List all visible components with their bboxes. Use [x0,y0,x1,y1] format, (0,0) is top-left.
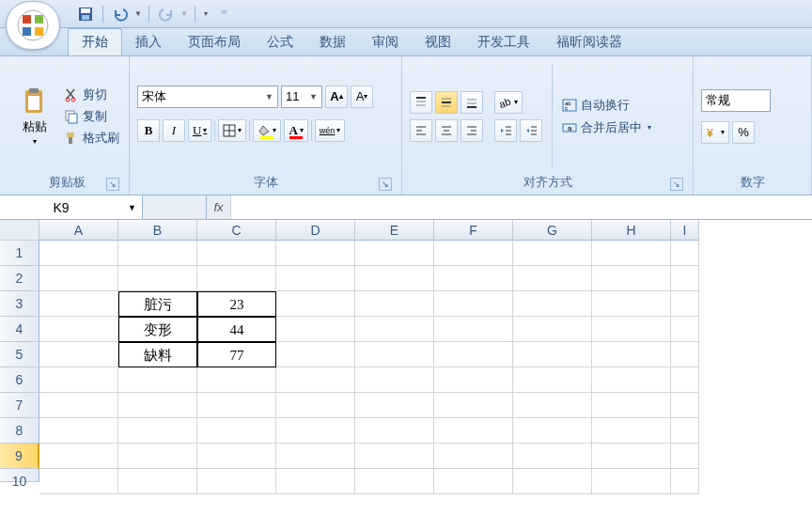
cell[interactable] [671,444,699,469]
cell[interactable] [434,418,513,444]
row-header[interactable]: 8 [0,418,39,444]
cell[interactable]: 44 [197,317,276,342]
col-header[interactable]: I [671,220,699,241]
cell[interactable] [671,342,699,367]
col-header[interactable]: D [276,220,355,241]
cell[interactable] [118,266,197,291]
cell[interactable] [39,393,118,418]
cell[interactable] [592,317,671,342]
cell[interactable] [197,367,276,393]
align-middle-button[interactable] [435,91,458,114]
cell[interactable] [434,444,513,469]
tab-7[interactable]: 开发工具 [464,29,543,55]
decrease-indent-button[interactable] [494,119,517,142]
cell[interactable] [355,266,434,291]
align-left-button[interactable] [410,119,432,142]
cell[interactable] [39,418,118,444]
col-header[interactable]: A [39,220,118,241]
cell[interactable] [513,418,592,444]
cell[interactable] [592,367,671,393]
col-header[interactable]: G [513,220,592,241]
name-box-dropdown-icon[interactable]: ▼ [122,203,142,212]
clipboard-launcher-icon[interactable]: ↘ [106,178,119,191]
cell[interactable] [671,367,699,393]
tab-4[interactable]: 数据 [306,29,359,55]
office-button[interactable] [6,1,60,50]
italic-button[interactable]: I [163,119,185,142]
cell[interactable] [592,418,671,444]
cell[interactable] [592,444,671,469]
cell[interactable] [592,469,671,494]
cell[interactable] [513,342,592,367]
cell[interactable] [592,393,671,418]
accounting-format-button[interactable]: ¥▾ [701,121,729,144]
cell[interactable] [434,317,513,342]
cell[interactable] [592,291,671,317]
cell[interactable] [355,444,434,469]
cell[interactable] [118,444,197,469]
redo-dropdown-icon[interactable]: ▼ [180,9,188,18]
cell[interactable] [513,266,592,291]
cell[interactable] [592,241,671,266]
fx-icon[interactable]: fx [207,195,231,219]
cell[interactable] [276,469,355,494]
font-name-combo[interactable]: 宋体▼ [137,86,278,108]
col-header[interactable]: B [118,220,197,241]
font-size-combo[interactable]: 11▼ [281,86,322,108]
align-center-button[interactable] [435,119,458,142]
row-header[interactable]: 7 [0,393,39,418]
redo-icon[interactable] [156,4,177,24]
cell[interactable] [355,393,434,418]
cell[interactable] [513,393,592,418]
underline-button[interactable]: U▾ [188,119,211,142]
cell[interactable] [197,418,276,444]
cell[interactable] [276,418,355,444]
cell[interactable] [355,241,434,266]
percent-button[interactable]: % [732,121,755,144]
cell[interactable]: 脏污 [118,291,197,317]
cell[interactable] [513,291,592,317]
wrap-text-button[interactable]: abc自动换行 [562,97,651,114]
cell[interactable] [434,393,513,418]
row-header[interactable]: 4 [0,317,39,342]
cell[interactable] [276,444,355,469]
shrink-font-button[interactable]: A▾ [351,86,373,108]
cell[interactable] [118,469,197,494]
formula-input[interactable] [231,195,812,219]
cell[interactable] [434,469,513,494]
cell[interactable] [276,241,355,266]
undo-dropdown-icon[interactable]: ▼ [134,9,142,18]
tab-5[interactable]: 审阅 [359,29,412,55]
cell[interactable] [118,418,197,444]
cell[interactable] [39,444,118,469]
cell[interactable] [39,367,118,393]
align-bottom-button[interactable] [461,91,483,114]
cell[interactable] [513,367,592,393]
qat-customize-icon[interactable]: ▾ [204,9,208,18]
cell[interactable] [355,291,434,317]
tab-3[interactable]: 公式 [254,29,306,55]
cell[interactable] [434,266,513,291]
cell[interactable] [118,393,197,418]
cell[interactable] [39,469,118,494]
cell[interactable] [276,367,355,393]
cell[interactable] [671,469,699,494]
cell[interactable] [118,241,197,266]
tab-6[interactable]: 视图 [412,29,464,55]
row-header[interactable]: 2 [0,266,39,291]
row-header[interactable]: 3 [0,291,39,317]
format-painter-button[interactable]: 格式刷 [62,129,121,148]
bold-button[interactable]: B [137,119,160,142]
row-header[interactable]: 1 [0,241,39,266]
cell[interactable]: 变形 [118,317,197,342]
font-launcher-icon[interactable]: ↘ [379,178,392,191]
cell[interactable] [355,317,434,342]
select-all-corner[interactable] [0,220,39,241]
row-header[interactable]: 10 [0,469,39,482]
cell[interactable] [671,393,699,418]
cell[interactable] [592,266,671,291]
cell[interactable] [671,418,699,444]
cell[interactable] [39,317,118,342]
cell[interactable] [118,367,197,393]
cell[interactable] [39,241,118,266]
